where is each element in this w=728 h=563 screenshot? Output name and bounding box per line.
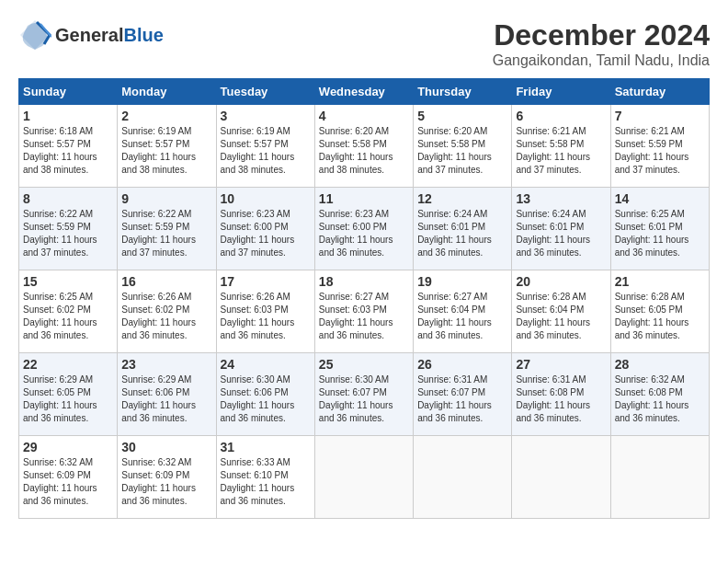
day-16: 16 Sunrise: 6:26 AMSunset: 6:02 PMDaylig… (118, 270, 216, 353)
day-28: 28 Sunrise: 6:32 AMSunset: 6:08 PMDaylig… (610, 353, 709, 436)
day-17: 17 Sunrise: 6:26 AMSunset: 6:03 PMDaylig… (216, 270, 314, 353)
day-18: 18 Sunrise: 6:27 AMSunset: 6:03 PMDaylig… (314, 270, 413, 353)
day-3: 3 Sunrise: 6:19 AMSunset: 5:57 PMDayligh… (216, 105, 314, 188)
day-23: 23 Sunrise: 6:29 AMSunset: 6:06 PMDaylig… (118, 353, 216, 436)
calendar-table: Sunday Monday Tuesday Wednesday Thursday… (18, 78, 710, 519)
day-5: 5 Sunrise: 6:20 AMSunset: 5:58 PMDayligh… (414, 105, 512, 188)
header-sunday: Sunday (19, 79, 118, 105)
header-friday: Friday (512, 79, 610, 105)
day-14: 14 Sunrise: 6:25 AMSunset: 6:01 PMDaylig… (610, 188, 709, 270)
empty-cell-4 (610, 436, 709, 519)
day-15: 15 Sunrise: 6:25 AMSunset: 6:02 PMDaylig… (19, 270, 118, 353)
title-section: December 2024 Gangaikondan, Tamil Nadu, … (493, 18, 710, 69)
day-2: 2 Sunrise: 6:19 AMSunset: 5:57 PMDayligh… (118, 105, 216, 188)
month-title: December 2024 (493, 18, 710, 52)
calendar-week-4: 22 Sunrise: 6:29 AMSunset: 6:05 PMDaylig… (19, 353, 710, 436)
day-6: 6 Sunrise: 6:21 AMSunset: 5:58 PMDayligh… (512, 105, 610, 188)
day-27: 27 Sunrise: 6:31 AMSunset: 6:08 PMDaylig… (512, 353, 610, 436)
page-header: GeneralBlue December 2024 Gangaikondan, … (18, 18, 710, 69)
calendar-week-1: 1 Sunrise: 6:18 AMSunset: 5:57 PMDayligh… (19, 105, 710, 188)
day-10: 10 Sunrise: 6:23 AMSunset: 6:00 PMDaylig… (216, 188, 314, 270)
day-13: 13 Sunrise: 6:24 AMSunset: 6:01 PMDaylig… (512, 188, 610, 270)
day-12: 12 Sunrise: 6:24 AMSunset: 6:01 PMDaylig… (414, 188, 512, 270)
location-title: Gangaikondan, Tamil Nadu, India (493, 52, 710, 69)
empty-cell-2 (414, 436, 512, 519)
day-4: 4 Sunrise: 6:20 AMSunset: 5:58 PMDayligh… (314, 105, 413, 188)
day-7: 7 Sunrise: 6:21 AMSunset: 5:59 PMDayligh… (610, 105, 709, 188)
calendar-week-2: 8 Sunrise: 6:22 AMSunset: 5:59 PMDayligh… (19, 188, 710, 270)
day-21: 21 Sunrise: 6:28 AMSunset: 6:05 PMDaylig… (610, 270, 709, 353)
header-wednesday: Wednesday (314, 79, 413, 105)
header-tuesday: Tuesday (216, 79, 314, 105)
logo-general-text: General (55, 25, 123, 45)
empty-cell-1 (314, 436, 413, 519)
day-20: 20 Sunrise: 6:28 AMSunset: 6:04 PMDaylig… (512, 270, 610, 353)
calendar-week-5: 29 Sunrise: 6:32 AMSunset: 6:09 PMDaylig… (19, 436, 710, 519)
header-thursday: Thursday (414, 79, 512, 105)
day-26: 26 Sunrise: 6:31 AMSunset: 6:07 PMDaylig… (414, 353, 512, 436)
day-8: 8 Sunrise: 6:22 AMSunset: 5:59 PMDayligh… (19, 188, 118, 270)
day-24: 24 Sunrise: 6:30 AMSunset: 6:06 PMDaylig… (216, 353, 314, 436)
empty-cell-3 (512, 436, 610, 519)
day-1: 1 Sunrise: 6:18 AMSunset: 5:57 PMDayligh… (19, 105, 118, 188)
day-22: 22 Sunrise: 6:29 AMSunset: 6:05 PMDaylig… (19, 353, 118, 436)
day-30: 30 Sunrise: 6:32 AMSunset: 6:09 PMDaylig… (118, 436, 216, 519)
day-25: 25 Sunrise: 6:30 AMSunset: 6:07 PMDaylig… (314, 353, 413, 436)
logo-icon (18, 18, 51, 52)
day-11: 11 Sunrise: 6:23 AMSunset: 6:00 PMDaylig… (314, 188, 413, 270)
day-29: 29 Sunrise: 6:32 AMSunset: 6:09 PMDaylig… (19, 436, 118, 519)
header-monday: Monday (118, 79, 216, 105)
header-saturday: Saturday (610, 79, 709, 105)
calendar-header-row: Sunday Monday Tuesday Wednesday Thursday… (19, 79, 710, 105)
day-31: 31 Sunrise: 6:33 AMSunset: 6:10 PMDaylig… (216, 436, 314, 519)
logo: GeneralBlue (18, 18, 164, 52)
day-19: 19 Sunrise: 6:27 AMSunset: 6:04 PMDaylig… (414, 270, 512, 353)
day-9: 9 Sunrise: 6:22 AMSunset: 5:59 PMDayligh… (118, 188, 216, 270)
logo-blue-text: Blue (123, 25, 163, 45)
calendar-week-3: 15 Sunrise: 6:25 AMSunset: 6:02 PMDaylig… (19, 270, 710, 353)
